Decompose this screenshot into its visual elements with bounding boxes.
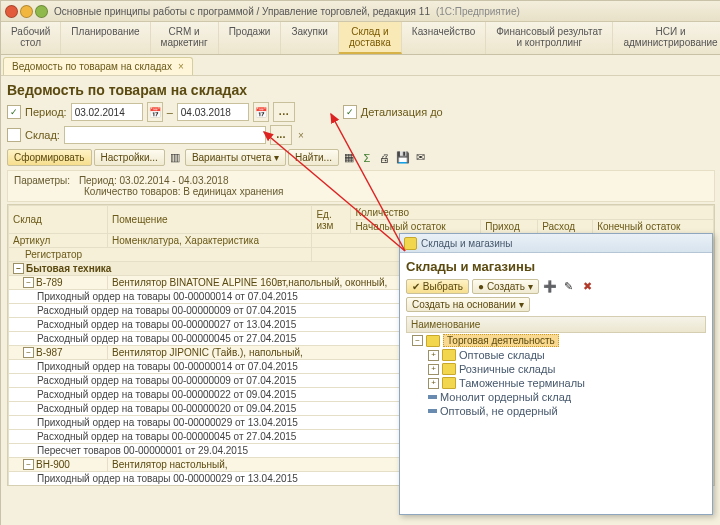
popup-toolbar: ✔ Выбрать ● Создать ▾ ➕ ✎ ✖ Создать на о… [406, 278, 706, 312]
create-button[interactable]: ● Создать ▾ [472, 279, 539, 294]
mail-icon[interactable]: ✉ [413, 150, 429, 166]
popup-app-icon [404, 237, 417, 250]
popup-heading: Склады и магазины [406, 259, 706, 274]
col-qty: Количество [351, 206, 714, 220]
date-to-input[interactable]: 04.03.2018 [177, 103, 249, 121]
close-icon[interactable] [5, 5, 18, 18]
date-to-picker-icon[interactable]: 📅 [253, 102, 269, 122]
nav-item[interactable]: Закупки [281, 22, 338, 54]
sklad-checkbox[interactable] [7, 128, 21, 142]
titlebar: Основные принципы работы с программой / … [1, 1, 720, 22]
col-sklad: Склад [9, 206, 108, 234]
detail-label: Детализация до [361, 106, 443, 118]
date-from-input[interactable]: 03.02.2014 [71, 103, 143, 121]
delete-icon[interactable]: ✖ [580, 278, 596, 294]
params-label: Параметры: [14, 175, 70, 186]
tree-node[interactable]: + Розничные склады [406, 362, 706, 376]
params-qty: Количество товаров: В единицах хранения [84, 186, 283, 197]
nav-item[interactable]: Рабочий стол [1, 22, 61, 54]
minimize-icon[interactable] [20, 5, 33, 18]
select-button[interactable]: ✔ Выбрать [406, 279, 469, 294]
settings-button[interactable]: Настройки... [94, 149, 165, 166]
params-block: Параметры: Период: 03.02.2014 - 04.03.20… [7, 170, 715, 202]
date-from-picker-icon[interactable]: 📅 [147, 102, 163, 122]
sklad-input[interactable] [64, 126, 266, 144]
col-pom: Помещение [108, 206, 312, 234]
form-button[interactable]: Сформировать [7, 149, 92, 166]
sum-icon[interactable]: Σ [359, 150, 375, 166]
tab-report[interactable]: Ведомость по товарам на складах × [3, 57, 193, 75]
add-group-icon[interactable]: ➕ [542, 278, 558, 294]
col-nach: Начальный остаток [351, 220, 481, 234]
period-more-button[interactable]: … [273, 102, 295, 122]
col-kon: Конечный остаток [593, 220, 714, 234]
app-title-suffix: (1С:Предприятие) [436, 6, 520, 17]
popup-titlebar[interactable]: Склады и магазины [400, 234, 712, 253]
col-rash: Расход [538, 220, 593, 234]
nav-item[interactable]: Склад и доставка [339, 22, 402, 54]
tree-node[interactable]: − Торговая деятельность [406, 333, 706, 348]
nav-item[interactable]: Продажи [219, 22, 282, 54]
params-period: Период: 03.02.2014 - 04.03.2018 [79, 175, 229, 186]
expand-icon[interactable]: ▦ [341, 150, 357, 166]
tab-label: Ведомость по товарам на складах [12, 61, 172, 72]
tree-node[interactable]: + Таможенные терминалы [406, 376, 706, 390]
sklad-clear-icon[interactable]: × [296, 130, 306, 141]
layout-icon[interactable]: ▥ [167, 150, 183, 166]
variants-button[interactable]: Варианты отчета ▾ [185, 149, 286, 166]
col-nom: Номенклатура, Характеристика [108, 234, 312, 248]
create-based-button[interactable]: Создать на основании ▾ [406, 297, 530, 312]
popup-tree[interactable]: − Торговая деятельность+ Оптовые склады+… [406, 333, 706, 418]
col-reg: Регистратор [9, 248, 312, 262]
sklad-label: Склад: [25, 129, 60, 141]
tree-node[interactable]: Оптовый, не ордерный [406, 404, 706, 418]
report-heading: Ведомость по товарам на складах [7, 82, 715, 98]
popup-column-header: Наименование [406, 316, 706, 333]
tab-bar: Ведомость по товарам на складах × [1, 55, 720, 76]
sklad-picker-button[interactable]: ... [270, 125, 292, 145]
col-ed: Ед. изм [312, 206, 351, 234]
period-label: Период: [25, 106, 67, 118]
app-window: Основные принципы работы с программой / … [0, 0, 720, 525]
detail-checkbox[interactable]: ✓ [343, 105, 357, 119]
nav-item[interactable]: Казначейство [402, 22, 486, 54]
main-nav: Рабочий столПланированиеCRM и маркетингП… [1, 22, 720, 55]
tree-node[interactable]: Монолит ордерный склад [406, 390, 706, 404]
close-tab-icon[interactable]: × [178, 61, 184, 72]
popup-title: Склады и магазины [421, 238, 512, 249]
window-controls [5, 5, 48, 18]
nav-item[interactable]: Планирование [61, 22, 150, 54]
sklady-popup[interactable]: Склады и магазины Склады и магазины ✔ Вы… [399, 233, 713, 515]
nav-item[interactable]: НСИ и администрирование [613, 22, 720, 54]
report-toolbar: Сформировать Настройки... ▥ Варианты отч… [7, 149, 715, 166]
print-icon[interactable]: 🖨 [377, 150, 393, 166]
date-sep: – [167, 106, 173, 118]
maximize-icon[interactable] [35, 5, 48, 18]
app-title: Основные принципы работы с программой / … [54, 6, 430, 17]
col-prih: Приход [481, 220, 538, 234]
edit-icon[interactable]: ✎ [561, 278, 577, 294]
nav-item[interactable]: Финансовый результат и контроллинг [486, 22, 613, 54]
nav-item[interactable]: CRM и маркетинг [151, 22, 219, 54]
col-art: Артикул [9, 234, 108, 248]
period-checkbox[interactable]: ✓ [7, 105, 21, 119]
tree-node[interactable]: + Оптовые склады [406, 348, 706, 362]
find-button[interactable]: Найти... [288, 149, 339, 166]
save-icon[interactable]: 💾 [395, 150, 411, 166]
